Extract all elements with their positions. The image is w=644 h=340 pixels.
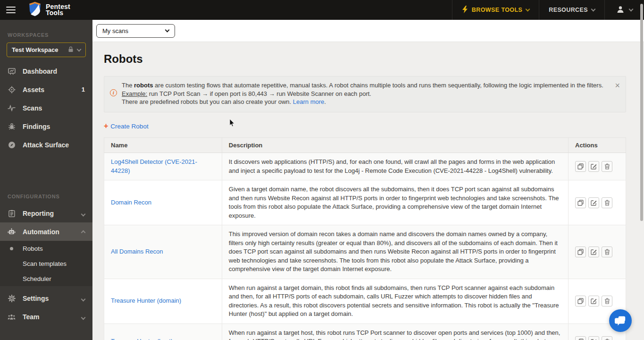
sidebar-item-team[interactable]: Team: [0, 307, 92, 326]
workspace-selector[interactable]: Test Workspace: [7, 42, 86, 57]
sidebar-subitem-label: Scheduler: [23, 275, 51, 282]
logo[interactable]: PentestTools: [22, 0, 77, 20]
gear-icon: [8, 295, 16, 302]
assets-count-badge: 1: [82, 86, 85, 93]
edit-button[interactable]: [588, 197, 599, 208]
user-icon: [616, 5, 625, 15]
workspaces-section-label: WORKSPACES: [0, 20, 92, 42]
edit-icon: [591, 163, 597, 170]
sidebar-item-findings[interactable]: Findings: [0, 117, 92, 136]
trash-icon: [604, 200, 610, 206]
main-area: My scans Robots i The robots are custom …: [92, 20, 644, 340]
chevron-down-icon: [591, 7, 596, 12]
duplicate-button[interactable]: [575, 296, 586, 306]
sidebar-item-scans[interactable]: Scans: [0, 99, 92, 117]
robot-name-link[interactable]: Domain Recon: [111, 199, 151, 206]
table-header-row: Name Description Actions: [104, 138, 626, 153]
sidebar-item-label: Automation: [23, 228, 59, 236]
duplicate-button[interactable]: [575, 246, 586, 257]
chevron-down-icon: [165, 28, 170, 33]
robot-name-link[interactable]: Treasure Hunter (domain): [111, 297, 181, 304]
sidebar-item-attack-surface[interactable]: Attack Surface: [0, 136, 92, 154]
resources-menu[interactable]: RESOURCES: [539, 0, 604, 20]
robot-description: It discovers web applications (HTTP/S) a…: [222, 153, 568, 180]
delete-button[interactable]: [602, 161, 612, 172]
table-row: Treasure Hunter (host) When run against …: [104, 323, 626, 340]
delete-button[interactable]: [602, 197, 612, 208]
automation-submenu: Robots Scan templates Scheduler: [0, 241, 92, 286]
menu-button[interactable]: [0, 0, 22, 20]
delete-button[interactable]: [602, 246, 612, 257]
chevron-down-icon: [77, 47, 82, 51]
chevron-down-icon: [81, 315, 86, 320]
bug-icon: [8, 123, 16, 130]
robot-name-link[interactable]: Treasure Hunter (host): [111, 338, 173, 340]
page-title: Robots: [104, 52, 626, 66]
sidebar-item-dashboard[interactable]: Dashboard: [0, 62, 92, 80]
table-row: Domain Recon Given a target domain name,…: [104, 180, 626, 225]
scans-dropdown[interactable]: My scans: [96, 24, 175, 38]
browse-tools-menu[interactable]: BROWSE TOOLS: [452, 0, 539, 20]
sidebar: WORKSPACES Test Workspace Dashboard Asse…: [0, 20, 92, 340]
chat-widget-button[interactable]: [609, 309, 632, 332]
duplicate-button[interactable]: [575, 161, 586, 172]
learn-more-link[interactable]: Learn more: [293, 98, 324, 105]
sidebar-item-label: Attack Surface: [23, 141, 69, 149]
sidebar-item-settings[interactable]: Settings: [0, 289, 92, 307]
browse-tools-label: BROWSE TOOLS: [472, 7, 522, 13]
info-banner: i The robots are custom testing flows th…: [104, 76, 626, 112]
robot-description: When run against a target domain, this r…: [222, 279, 568, 323]
column-header-description[interactable]: Description: [222, 138, 568, 153]
edit-icon: [591, 249, 597, 255]
table-row: Log4Shell Detector (CVE-2021-44228) It d…: [104, 153, 626, 180]
robots-table: Name Description Actions Log4Shell Detec…: [104, 137, 626, 340]
compass-icon: [8, 141, 16, 149]
dashboard-icon: [8, 68, 16, 75]
user-menu[interactable]: [604, 0, 644, 20]
edit-button[interactable]: [588, 336, 599, 340]
delete-button[interactable]: [602, 336, 612, 340]
sidebar-subitem-scan-templates[interactable]: Scan templates: [0, 256, 92, 271]
column-header-name[interactable]: Name: [104, 138, 222, 153]
team-icon: [8, 314, 16, 320]
trash-icon: [604, 249, 610, 255]
chevron-down-icon: [629, 7, 634, 12]
edit-button[interactable]: [588, 296, 599, 306]
chevron-up-icon: [81, 230, 86, 235]
edit-button[interactable]: [588, 246, 599, 257]
lock-icon: [68, 46, 74, 54]
copy-icon: [577, 200, 584, 206]
chevron-down-icon: [81, 297, 86, 301]
copy-icon: [577, 298, 584, 304]
delete-button[interactable]: [602, 296, 612, 306]
robot-description: When run against a target host, this rob…: [222, 323, 568, 340]
sidebar-item-label: Settings: [23, 295, 49, 302]
robot-name-link[interactable]: All Domains Recon: [111, 248, 163, 255]
sidebar-item-assets[interactable]: Assets 1: [0, 80, 92, 99]
shield-logo-icon: [28, 1, 42, 18]
sidebar-subitem-robots[interactable]: Robots: [0, 241, 92, 256]
create-robot-button[interactable]: + Create Robot: [104, 123, 149, 130]
configurations-section-label: CONFIGURATIONS: [0, 181, 92, 204]
target-icon: [8, 86, 16, 94]
banner-line-3: There are predefined robots but you can …: [122, 98, 603, 106]
sidebar-item-label: Assets: [23, 86, 44, 94]
robot-icon: [8, 228, 16, 236]
sidebar-subitem-scheduler[interactable]: Scheduler: [0, 271, 92, 286]
duplicate-button[interactable]: [575, 336, 586, 340]
edit-button[interactable]: [588, 161, 599, 172]
sidebar-item-label: Reporting: [23, 210, 54, 217]
robot-name-link[interactable]: Log4Shell Detector (CVE-2021-44228): [111, 158, 197, 174]
duplicate-button[interactable]: [575, 197, 586, 208]
close-icon[interactable]: ×: [615, 82, 620, 89]
sidebar-item-automation[interactable]: Automation: [0, 222, 92, 241]
sidebar-subitem-label: Robots: [23, 245, 43, 252]
info-banner-text: The robots are custom testing flows that…: [122, 81, 603, 106]
scans-dropdown-value: My scans: [102, 27, 128, 34]
vertical-scrollbar[interactable]: [640, 4, 643, 221]
banner-line-2: Example: run TCP Port Scan → if open por…: [122, 90, 603, 98]
hamburger-icon: [6, 5, 16, 15]
sidebar-item-reporting[interactable]: Reporting: [0, 204, 92, 222]
banner-line-1: The robots are custom testing flows that…: [122, 81, 603, 90]
table-row: All Domains Recon This improved version …: [104, 225, 626, 279]
